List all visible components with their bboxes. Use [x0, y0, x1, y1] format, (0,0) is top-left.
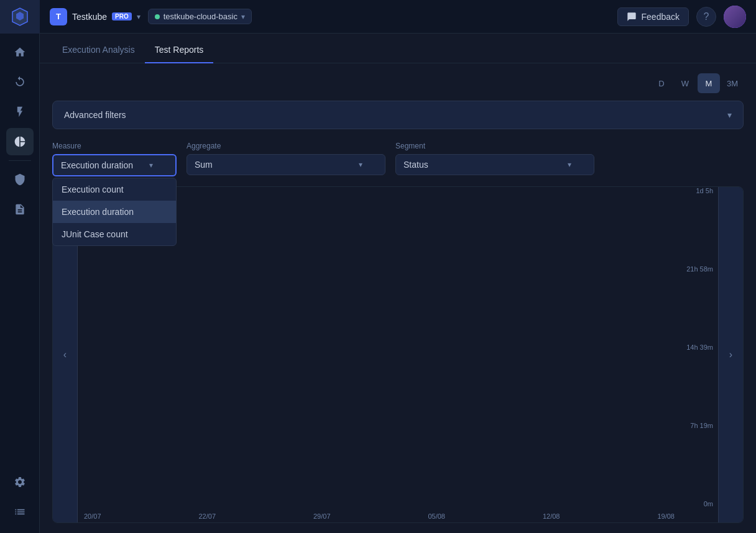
period-btn-3m[interactable]: 3M: [721, 73, 744, 93]
measure-option-execution-count[interactable]: Execution count: [53, 178, 176, 201]
advanced-filters-chevron-icon: ▾: [727, 110, 732, 120]
sidebar: [0, 0, 40, 533]
controls-row: Measure Execution duration ▾ Execution c…: [52, 142, 744, 176]
topbar: T Testkube PRO ▾ testkube-cloud-basic ▾ …: [40, 0, 756, 34]
measure-select-value: Execution duration: [61, 160, 149, 170]
feedback-icon: [627, 12, 637, 22]
segment-control: Segment Status ▾: [395, 142, 594, 175]
workspace-chevron-icon: ▾: [137, 12, 141, 21]
sidebar-bottom: [6, 461, 34, 533]
help-icon: ?: [704, 11, 709, 22]
tab-execution-analysis[interactable]: Execution Analysis: [52, 37, 145, 63]
env-name: testkube-cloud-basic: [164, 12, 237, 21]
tabs-bar: Execution Analysis Test Reports: [40, 34, 756, 63]
user-avatar-image: [724, 6, 746, 28]
env-selector[interactable]: testkube-cloud-basic ▾: [148, 9, 252, 24]
measure-option-junit-case-count[interactable]: JUnit Case count: [53, 223, 176, 245]
sidebar-item-analytics[interactable]: [6, 128, 34, 155]
segment-chevron-icon: ▾: [568, 160, 571, 169]
aggregate-label: Aggregate: [187, 142, 385, 150]
chart-next-button[interactable]: ›: [718, 187, 743, 522]
period-btn-m[interactable]: M: [698, 73, 720, 93]
sidebar-logo[interactable]: [0, 0, 40, 34]
help-button[interactable]: ?: [696, 7, 716, 27]
sidebar-item-triggers[interactable]: [6, 98, 34, 125]
advanced-filters-label: Advanced filters: [64, 110, 126, 120]
x-label-4: 05/08: [428, 512, 445, 520]
period-selector: D W M 3M: [650, 73, 744, 93]
workspace-selector[interactable]: T Testkube PRO ▾: [50, 8, 141, 25]
sidebar-nav: [6, 34, 34, 461]
measure-select[interactable]: Execution duration ▾: [52, 154, 177, 176]
y-label-2: 21h 58m: [686, 265, 713, 273]
aggregate-chevron-icon: ▾: [359, 160, 362, 169]
period-btn-w[interactable]: W: [674, 73, 696, 93]
pro-badge: PRO: [112, 12, 132, 20]
y-label-4: 7h 19m: [690, 422, 713, 429]
x-label-3: 29/07: [313, 512, 331, 520]
sidebar-item-home[interactable]: [6, 39, 34, 66]
content-area: D W M 3M Advanced filters ▾ Measure Exec…: [40, 63, 756, 533]
feedback-button[interactable]: Feedback: [617, 7, 689, 26]
measure-select-chevron-icon: ▾: [149, 161, 153, 170]
aggregate-select[interactable]: Sum ▾: [187, 154, 385, 175]
y-label-3: 14h 39m: [686, 344, 713, 351]
measure-select-wrapper: Execution duration ▾ Execution count Exe…: [52, 154, 177, 176]
workspace-avatar: T: [50, 8, 67, 25]
env-status-dot: [155, 14, 160, 19]
sidebar-item-settings[interactable]: [6, 468, 34, 496]
tab-test-reports[interactable]: Test Reports: [145, 37, 214, 63]
measure-control: Measure Execution duration ▾ Execution c…: [52, 142, 177, 176]
x-label-5: 12/08: [543, 512, 560, 520]
main-area: T Testkube PRO ▾ testkube-cloud-basic ▾ …: [40, 0, 756, 533]
sidebar-item-tests[interactable]: [6, 166, 34, 193]
segment-label: Segment: [395, 142, 594, 150]
measure-label: Measure: [52, 142, 177, 150]
segment-select-value: Status: [403, 160, 568, 170]
measure-option-execution-duration[interactable]: Execution duration: [53, 201, 176, 223]
x-label-6: 19/08: [657, 512, 675, 520]
sidebar-divider-1: [9, 160, 31, 161]
sidebar-item-test-suites[interactable]: [6, 196, 34, 223]
chart-y-labels: 1d 5h 21h 58m 14h 39m 7h 19m 0m: [686, 187, 713, 508]
y-label-top: 1d 5h: [696, 187, 713, 194]
x-label-1: 20/07: [84, 512, 101, 520]
period-btn-d[interactable]: D: [650, 73, 673, 93]
feedback-label: Feedback: [642, 12, 680, 22]
chart-x-labels: 20/07 22/07 29/07 05/08 12/08 19/08: [78, 512, 681, 520]
segment-select[interactable]: Status ▾: [395, 154, 594, 175]
x-label-2: 22/07: [198, 512, 216, 520]
aggregate-select-value: Sum: [195, 160, 359, 170]
workspace-name: Testkube: [72, 12, 107, 22]
aggregate-control: Aggregate Sum ▾: [187, 142, 385, 175]
measure-dropdown: Execution count Execution duration JUnit…: [52, 178, 177, 246]
sidebar-item-logs[interactable]: [6, 498, 34, 526]
env-chevron-icon: ▾: [241, 12, 245, 21]
sidebar-item-executions[interactable]: [6, 68, 34, 96]
user-avatar[interactable]: [724, 6, 746, 28]
advanced-filters-panel[interactable]: Advanced filters ▾: [52, 101, 744, 129]
y-label-bottom: 0m: [704, 500, 713, 508]
